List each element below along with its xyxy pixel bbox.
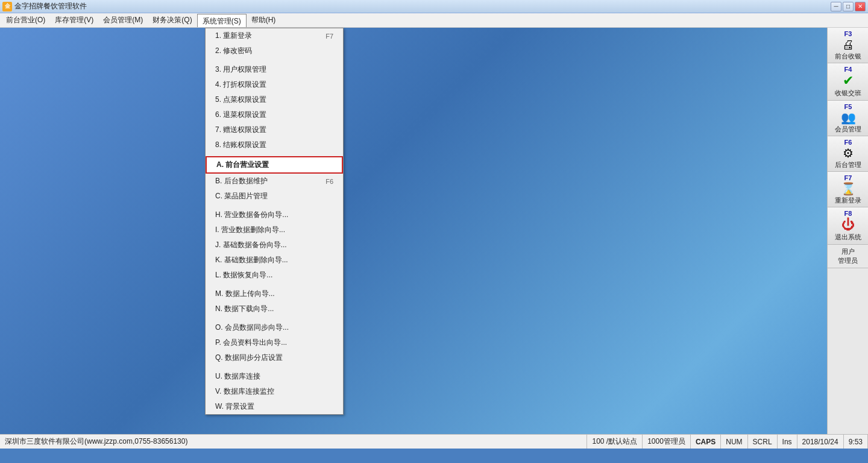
front-cashier-icon: 🖨 <box>842 39 854 51</box>
status-bar: 深圳市三度软件有限公司(www.jzzp.com,0755-83656130) … <box>0 434 868 449</box>
menu-system[interactable]: 系统管理(S) <box>197 14 247 27</box>
member-mgmt-key: F5 <box>844 103 852 110</box>
menu-user-perm[interactable]: 3. 用户权限管理 <box>206 62 343 77</box>
member-mgmt-button[interactable]: F5 👥 会员管理 <box>828 101 868 136</box>
member-mgmt-label: 会员管理 <box>835 125 861 133</box>
close-button[interactable]: ✕ <box>855 2 866 11</box>
cashier-shift-key: F4 <box>844 66 852 73</box>
menu-data-restore[interactable]: L. 数据恢复向导... <box>206 268 343 283</box>
user-line1: 用户 <box>841 247 855 256</box>
status-num: NUM <box>721 435 747 449</box>
menu-member-sync[interactable]: O. 会员数据同步向导... <box>206 320 343 335</box>
current-user-display: 用户 管理员 <box>828 245 868 268</box>
cashier-shift-button[interactable]: F4 ✔ 收银交班 <box>828 63 868 100</box>
exit-system-button[interactable]: F8 ⏻ 退出系统 <box>828 207 868 244</box>
app-title: 金字招牌餐饮管理软件 <box>14 1 87 11</box>
relogin-button[interactable]: F7 ⌛ 重新登录 <box>828 172 868 207</box>
member-mgmt-icon: 👥 <box>841 112 856 124</box>
menu-discount-perm[interactable]: 4. 打折权限设置 <box>206 77 343 92</box>
menu-order-perm[interactable]: 5. 点菜权限设置 <box>206 92 343 107</box>
status-user: 1000管理员 <box>643 435 691 449</box>
menu-finance[interactable]: 财务决策(Q) <box>148 14 197 27</box>
menu-bar: 前台营业(O) 库存管理(V) 会员管理(M) 财务决策(Q) 系统管理(S) … <box>0 13 868 28</box>
front-cashier-label: 前台收银 <box>835 52 861 60</box>
menu-relogin[interactable]: 1. 重新登录 F7 <box>206 28 343 43</box>
status-caps: CAPS <box>691 435 721 449</box>
minimize-button[interactable]: ─ <box>831 2 841 11</box>
menu-front-ops[interactable]: 前台营业(O) <box>1 14 50 27</box>
backend-mgmt-label: 后台管理 <box>835 160 861 169</box>
cashier-shift-icon: ✔ <box>843 74 854 87</box>
menu-db-monitor[interactable]: V. 数据库连接监控 <box>206 384 343 399</box>
title-bar-controls: ─ □ ✕ <box>831 2 866 11</box>
status-time: 9:53 <box>844 435 868 449</box>
menu-member-export[interactable]: P. 会员资料导出向导... <box>206 335 343 350</box>
main-area: 1. 重新登录 F7 2. 修改密码 3. 用户权限管理 4. 打折权限设置 5… <box>0 28 868 449</box>
menu-return-perm[interactable]: 6. 退菜权限设置 <box>206 107 343 122</box>
relogin-key: F7 <box>844 174 852 181</box>
exit-system-label: 退出系统 <box>835 233 861 241</box>
menu-bg-settings[interactable]: W. 背景设置 <box>206 399 343 414</box>
menu-front-settings[interactable]: A. 前台营业设置 <box>206 156 343 174</box>
status-company: 深圳市三度软件有限公司(www.jzzp.com,0755-83656130) <box>0 435 587 449</box>
backend-mgmt-key: F6 <box>844 139 852 146</box>
status-station: 100 /默认站点 <box>587 435 643 449</box>
user-line2: 管理员 <box>838 256 858 265</box>
exit-system-icon: ⏻ <box>841 218 855 232</box>
cashier-shift-label: 收银交班 <box>835 89 861 97</box>
relogin-icon: ⌛ <box>841 183 856 195</box>
menu-dish-images[interactable]: C. 菜品图片管理 <box>206 189 343 204</box>
exit-system-key: F8 <box>844 210 852 217</box>
menu-help[interactable]: 帮助(H) <box>247 14 281 27</box>
menu-db-connect[interactable]: U. 数据库连接 <box>206 369 343 384</box>
menu-data-upload[interactable]: M. 数据上传向导... <box>206 286 343 301</box>
title-bar-left: 金 金字招牌餐饮管理软件 <box>2 1 87 11</box>
menu-base-backup[interactable]: J. 基础数据备份向导... <box>206 238 343 253</box>
backend-mgmt-icon: ⚙ <box>843 147 854 159</box>
menu-data-download[interactable]: N. 数据下载向导... <box>206 301 343 317</box>
front-cashier-button[interactable]: F3 🖨 前台收银 <box>828 28 868 63</box>
maximize-button[interactable]: □ <box>843 2 854 11</box>
menu-branch-sync[interactable]: Q. 数据同步分店设置 <box>206 350 343 365</box>
backend-mgmt-button[interactable]: F6 ⚙ 后台管理 <box>828 136 868 172</box>
menu-ops-delete[interactable]: I. 营业数据删除向导... <box>206 222 343 238</box>
app-icon: 金 <box>2 2 12 11</box>
relogin-label: 重新登录 <box>835 196 861 204</box>
menu-backend-data[interactable]: B. 后台数据维护 F6 <box>206 174 343 189</box>
menu-base-delete[interactable]: K. 基础数据删除向导... <box>206 253 343 268</box>
menu-ops-backup[interactable]: H. 营业数据备份向导... <box>206 207 343 222</box>
status-date: 2018/10/24 <box>797 435 844 449</box>
title-bar: 金 金字招牌餐饮管理软件 ─ □ ✕ <box>0 0 868 13</box>
menu-gift-perm[interactable]: 7. 赠送权限设置 <box>206 122 343 137</box>
menu-members[interactable]: 会员管理(M) <box>98 14 148 27</box>
menu-inventory[interactable]: 库存管理(V) <box>50 14 98 27</box>
system-dropdown-menu: 1. 重新登录 F7 2. 修改密码 3. 用户权限管理 4. 打折权限设置 5… <box>205 28 344 415</box>
menu-checkout-perm[interactable]: 8. 结账权限设置 <box>206 137 343 153</box>
menu-change-pwd[interactable]: 2. 修改密码 <box>206 43 343 58</box>
status-ins: Ins <box>778 435 797 449</box>
status-scrl: SCRL <box>748 435 778 449</box>
right-sidebar: F3 🖨 前台收银 F4 ✔ 收银交班 F5 👥 会员管理 F6 ⚙ 后台管理 … <box>827 28 868 449</box>
front-cashier-key: F3 <box>844 30 852 37</box>
